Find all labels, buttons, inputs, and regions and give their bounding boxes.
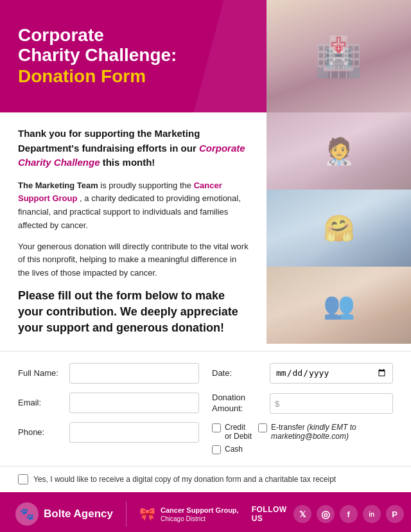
payment-col-right: E-transfer (kindly EMT tomarketing@bolte… <box>258 423 356 454</box>
date-input[interactable] <box>270 363 393 384</box>
title-line3: Donation Form <box>18 66 249 87</box>
header-left: Corporate Charity Challenge: Donation Fo… <box>0 0 267 112</box>
receipt-checkbox[interactable] <box>18 474 28 484</box>
credit-debit-label: Creditor Debit <box>225 423 252 441</box>
cash-label: Cash <box>225 445 243 454</box>
credit-debit-checkbox[interactable] <box>212 423 221 432</box>
phone-row: Phone: <box>18 422 199 443</box>
content-left: Thank you for supporting the Marketing D… <box>0 112 267 351</box>
body-paragraph-1: The Marketing Team is proudly supporting… <box>18 179 249 233</box>
receipt-label: Yes, I would like to receive a digital c… <box>33 475 336 484</box>
credit-debit-option: Creditor Debit <box>212 423 252 441</box>
side-img-icon-2: 🤗 <box>267 190 411 267</box>
header-photo: 🏥 <box>267 0 411 112</box>
header-image: 🏥 <box>267 0 411 112</box>
etransfer-label: E-transfer (kindly EMT tomarketing@bolte… <box>271 423 356 441</box>
footer-charity: 🎀 Cancer Support Group, Chicago District <box>139 506 239 523</box>
intro-paragraph: Thank you for supporting the Marketing D… <box>18 127 249 170</box>
date-label: Date: <box>212 368 270 378</box>
footer: 🐾 Bolte Agency 🎀 Cancer Support Group, C… <box>0 492 411 532</box>
logo-text: Bolte Agency <box>44 508 113 520</box>
donation-label: DonationAmount: <box>212 393 270 414</box>
social-icons: 𝕏 ◎ f in P <box>293 505 404 523</box>
phone-input[interactable] <box>69 422 199 443</box>
team-label: The Marketing Team <box>18 181 98 190</box>
form-grid: Full Name: Email: Phone: Date: <box>18 363 393 460</box>
footer-follow: FOLLOW US 𝕏 ◎ f in P <box>252 505 404 523</box>
full-name-input[interactable] <box>69 363 199 384</box>
email-label: Email: <box>18 398 69 407</box>
etransfer-note: (kindly EMT tomarketing@bolte.com) <box>271 423 356 441</box>
side-img-icon-1: 🧑‍⚕️ <box>267 112 411 190</box>
charity-info: Cancer Support Group, Chicago District <box>161 506 239 523</box>
form-left-col: Full Name: Email: Phone: <box>18 363 199 460</box>
form-right-col: Date: DonationAmount: $ Creditor <box>212 363 393 460</box>
body-para1-intro: is proudly supporting the <box>100 181 193 190</box>
phone-label: Phone: <box>18 427 69 437</box>
etransfer-option: E-transfer (kindly EMT tomarketing@bolte… <box>258 423 356 441</box>
payment-col-left: Creditor Debit Cash <box>212 423 252 454</box>
footer-divider <box>126 501 127 527</box>
side-img-icon-3: 👥 <box>267 267 411 344</box>
form-section: Full Name: Email: Phone: Date: <box>0 351 411 466</box>
full-name-row: Full Name: <box>18 363 199 384</box>
intro-bold-end: this month! <box>103 157 155 168</box>
x-icon[interactable]: 𝕏 <box>293 505 311 523</box>
footer-logo: 🐾 Bolte Agency <box>15 502 113 526</box>
donation-input[interactable] <box>270 393 393 414</box>
title-line1: Corporate <box>18 26 249 46</box>
donation-input-wrap: $ <box>270 393 393 414</box>
donation-row: DonationAmount: $ <box>212 393 393 414</box>
intro-bold-text: Thank you for supporting the Marketing D… <box>18 128 200 154</box>
main-content: Thank you for supporting the Marketing D… <box>0 112 411 351</box>
header-photo-icon: 🏥 <box>267 0 411 112</box>
charity-ribbon-icon: 🎀 <box>139 506 155 522</box>
side-image-3: 👥 <box>267 267 411 344</box>
receipt-row: Yes, I would like to receive a digital c… <box>0 466 411 492</box>
dollar-sign: $ <box>275 398 279 408</box>
body-paragraph-2: Your generous donation will directly con… <box>18 240 249 280</box>
facebook-icon[interactable]: f <box>340 505 358 523</box>
cash-option: Cash <box>212 445 252 454</box>
side-image-1: 🧑‍⚕️ <box>267 112 411 190</box>
page: Corporate Charity Challenge: Donation Fo… <box>0 0 411 532</box>
cta-text: Please fill out the form below to make y… <box>18 288 249 337</box>
follow-label: FOLLOW US <box>252 505 287 523</box>
linkedin-icon[interactable]: in <box>363 505 381 523</box>
etransfer-checkbox[interactable] <box>258 423 267 432</box>
charity-location: Chicago District <box>161 515 239 523</box>
logo-icon: 🐾 <box>15 502 39 526</box>
cash-checkbox[interactable] <box>212 445 221 454</box>
header: Corporate Charity Challenge: Donation Fo… <box>0 0 411 112</box>
pinterest-icon[interactable]: P <box>386 505 404 523</box>
content-right: 🧑‍⚕️ 🤗 👥 <box>267 112 411 351</box>
date-row: Date: <box>212 363 393 384</box>
email-input[interactable] <box>69 393 199 413</box>
instagram-icon[interactable]: ◎ <box>317 505 335 523</box>
email-row: Email: <box>18 393 199 413</box>
charity-name: Cancer Support Group, <box>161 506 239 515</box>
payment-options: Creditor Debit Cash E-transfer (kindly E… <box>212 423 393 454</box>
full-name-label: Full Name: <box>18 368 69 378</box>
side-image-2: 🤗 <box>267 190 411 267</box>
title-line2: Charity Challenge: <box>18 46 249 66</box>
